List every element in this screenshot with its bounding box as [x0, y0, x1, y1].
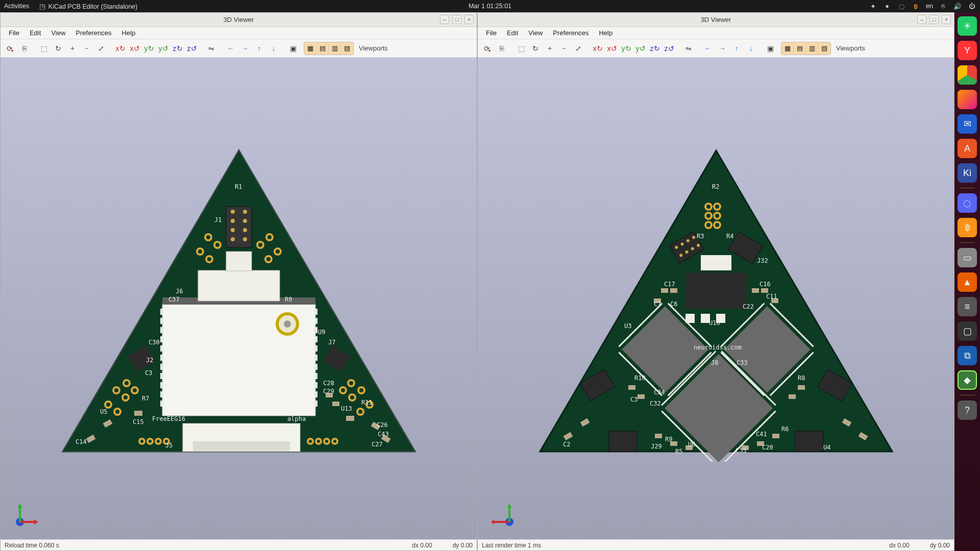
menu-view[interactable]: View — [47, 28, 69, 38]
tray-icon-discord[interactable]: ◌ — [897, 2, 905, 10]
rotate-y-ccw-button[interactable]: y↺ — [634, 42, 647, 55]
pan-right-button[interactable]: → — [716, 42, 729, 55]
pan-up-button[interactable]: ↑ — [730, 42, 743, 55]
rotate-x-ccw-button[interactable]: x↺ — [605, 42, 619, 55]
3d-canvas[interactable]: R1 J1 J6 C37 R9 U9 J7 J2 C30 C3 R7 U5 C1… — [1, 58, 477, 539]
rotate-x-ccw-button[interactable]: x↺ — [128, 42, 141, 55]
rotate-x-cw-button[interactable]: x↻ — [591, 42, 604, 55]
ortho-toggle-button[interactable]: ▣ — [764, 42, 777, 55]
dock-icon-bitcoin[interactable]: ฿ — [958, 218, 977, 237]
3d-canvas[interactable]: R2 R3 R4 J32 C17 C16 C11 C7 C6 C22 U10 U… — [478, 58, 954, 539]
dock-icon-store[interactable]: A — [958, 139, 977, 158]
zoom-in-button[interactable]: ＋ — [543, 42, 556, 55]
pan-right-button[interactable]: → — [238, 42, 252, 55]
maximize-button[interactable]: □ — [452, 15, 461, 24]
menu-help[interactable]: Help — [117, 28, 139, 38]
zoom-fit-button[interactable]: ⤢ — [572, 42, 585, 55]
reload-board-button[interactable]: ⟳● — [4, 42, 17, 55]
zoom-out-button[interactable]: － — [557, 42, 571, 55]
menubar: File Edit View Preferences Help — [478, 27, 954, 39]
rotate-y-ccw-button[interactable]: y↺ — [157, 42, 170, 55]
dock-icon-editor[interactable]: ≡ — [958, 297, 977, 316]
active-app-indicator[interactable]: ◳ KiCad PCB Editor (Standalone) — [38, 2, 137, 10]
pan-left-button[interactable]: ← — [701, 42, 715, 55]
menu-file[interactable]: File — [482, 28, 501, 38]
dock-icon-weather[interactable]: ☀ — [958, 16, 977, 36]
pan-up-button[interactable]: ↑ — [253, 42, 266, 55]
dock-icon-vlc[interactable]: ▲ — [958, 272, 977, 292]
svg-text:R7: R7 — [142, 395, 149, 402]
flip-board-button[interactable]: ⇋ — [205, 42, 218, 55]
dock-icon-chrome[interactable] — [958, 65, 977, 85]
copy-image-button[interactable]: ⎘ — [495, 42, 508, 55]
toggle-tht-models[interactable]: ▦ — [304, 42, 316, 55]
pan-down-button[interactable]: ↓ — [744, 42, 757, 55]
tray-icon-extension[interactable]: ✦ — [869, 2, 877, 10]
close-button[interactable]: × — [464, 15, 474, 24]
rotate-z-cw-button[interactable]: z↻ — [171, 42, 184, 55]
toggle-smd-models[interactable]: ▤ — [316, 42, 329, 55]
close-button[interactable]: × — [942, 15, 951, 24]
menu-preferences[interactable]: Preferences — [71, 28, 115, 38]
menu-edit[interactable]: Edit — [503, 28, 522, 38]
menu-preferences[interactable]: Preferences — [549, 28, 593, 38]
dock-icon-firefox[interactable] — [958, 90, 977, 109]
viewports-label[interactable]: Viewports — [359, 44, 388, 52]
rotate-z-ccw-button[interactable]: z↺ — [663, 42, 676, 55]
power-icon[interactable]: ⏻ — [968, 2, 976, 10]
ortho-toggle-button[interactable]: ▣ — [286, 42, 300, 55]
menu-help[interactable]: Help — [595, 28, 617, 38]
dock-icon-files[interactable]: ▭ — [958, 248, 977, 267]
svg-text:R3: R3 — [697, 233, 704, 240]
titlebar[interactable]: 3D Viewer – □ × — [478, 13, 954, 27]
pan-left-button[interactable]: ← — [224, 42, 237, 55]
viewports-label[interactable]: Viewports — [836, 44, 865, 52]
dock-icon-discord[interactable]: ◌ — [958, 193, 977, 213]
rotate-z-cw-button[interactable]: z↻ — [648, 42, 662, 55]
toggle-bbox-models[interactable]: ▧ — [818, 42, 830, 55]
copy-image-button[interactable]: ⎘ — [18, 42, 31, 55]
dock-icon-yandex[interactable]: Y — [958, 41, 977, 60]
dock-icon-unknown[interactable]: ? — [958, 400, 977, 420]
dock-icon-kicad[interactable]: Ki — [958, 163, 977, 183]
dock-icon-thunderbird[interactable]: ✉ — [958, 114, 977, 134]
refresh-button[interactable]: ↻ — [529, 42, 542, 55]
minimize-button[interactable]: – — [440, 15, 449, 24]
dock-icon-virtualbox[interactable]: ⧉ — [958, 346, 977, 365]
network-icon[interactable]: ⎋ — [939, 2, 947, 10]
minimize-button[interactable]: – — [917, 15, 926, 24]
toggle-tht-models[interactable]: ▦ — [781, 42, 794, 55]
refresh-button[interactable]: ↻ — [52, 42, 65, 55]
tray-icon-bitcoin[interactable]: ฿ — [912, 2, 920, 10]
isometric-view-button[interactable]: ⬚ — [514, 42, 528, 55]
zoom-fit-button[interactable]: ⤢ — [94, 42, 108, 55]
menu-file[interactable]: File — [5, 28, 23, 38]
clock[interactable]: Mar 1 01:25:01 — [469, 3, 511, 10]
titlebar[interactable]: 3D Viewer – □ × — [1, 13, 477, 27]
menu-edit[interactable]: Edit — [26, 28, 45, 38]
rotate-z-ccw-button[interactable]: z↺ — [185, 42, 199, 55]
dock-icon-kicad-3dviewer[interactable]: ◆ — [958, 370, 977, 390]
toggle-smd-models[interactable]: ▤ — [794, 42, 806, 55]
toggle-virtual-models[interactable]: ▥ — [806, 42, 818, 55]
dock-icon-terminal[interactable]: ▢ — [958, 321, 977, 341]
maximize-button[interactable]: □ — [929, 15, 939, 24]
tray-icon-weather[interactable]: ● — [883, 2, 891, 10]
toggle-virtual-models[interactable]: ▥ — [329, 42, 341, 55]
zoom-in-button[interactable]: ＋ — [66, 42, 79, 55]
activities-button[interactable]: Activities — [4, 3, 29, 10]
reload-board-button[interactable]: ⟳● — [481, 42, 494, 55]
pan-down-button[interactable]: ↓ — [267, 42, 280, 55]
rotate-y-cw-button[interactable]: y↻ — [620, 42, 633, 55]
menu-view[interactable]: View — [524, 28, 547, 38]
toggle-bbox-models[interactable]: ▧ — [341, 42, 353, 55]
rotate-y-cw-button[interactable]: y↻ — [142, 42, 156, 55]
svg-text:C3: C3 — [630, 396, 638, 403]
zoom-out-button[interactable]: － — [80, 42, 93, 55]
flip-board-button[interactable]: ⇋ — [682, 42, 695, 55]
keyboard-lang-indicator[interactable]: en — [926, 3, 933, 10]
volume-icon[interactable]: 🔊 — [953, 2, 962, 10]
rotate-x-cw-button[interactable]: x↻ — [114, 42, 127, 55]
isometric-view-button[interactable]: ⬚ — [37, 42, 51, 55]
workspace: 3D Viewer – □ × File Edit View Preferenc… — [0, 12, 954, 551]
